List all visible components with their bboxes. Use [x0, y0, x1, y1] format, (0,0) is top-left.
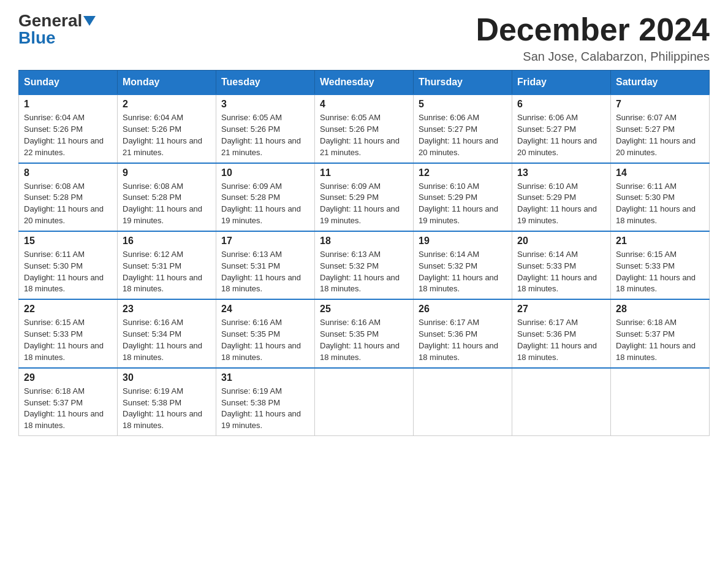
calendar-cell: 20 Sunrise: 6:14 AMSunset: 5:33 PMDaylig… [512, 231, 611, 299]
day-info: Sunrise: 6:07 AMSunset: 5:27 PMDaylight:… [616, 112, 704, 158]
day-number: 27 [517, 304, 605, 315]
calendar-cell: 25 Sunrise: 6:16 AMSunset: 5:35 PMDaylig… [315, 299, 414, 367]
day-number: 29 [24, 372, 112, 383]
day-number: 7 [616, 99, 704, 110]
calendar-cell [512, 368, 611, 436]
day-info: Sunrise: 6:11 AMSunset: 5:30 PMDaylight:… [24, 249, 112, 295]
day-info: Sunrise: 6:15 AMSunset: 5:33 PMDaylight:… [616, 249, 704, 295]
day-info: Sunrise: 6:19 AMSunset: 5:38 PMDaylight:… [123, 386, 211, 432]
month-title: December 2024 [476, 12, 710, 47]
day-info: Sunrise: 6:18 AMSunset: 5:37 PMDaylight:… [24, 386, 112, 432]
calendar-cell: 8 Sunrise: 6:08 AMSunset: 5:28 PMDayligh… [19, 163, 118, 231]
day-info: Sunrise: 6:18 AMSunset: 5:37 PMDaylight:… [616, 317, 704, 363]
day-number: 26 [419, 304, 507, 315]
day-info: Sunrise: 6:17 AMSunset: 5:36 PMDaylight:… [419, 317, 507, 363]
day-number: 12 [419, 167, 507, 178]
calendar-cell [315, 368, 414, 436]
day-info: Sunrise: 6:16 AMSunset: 5:35 PMDaylight:… [320, 317, 408, 363]
calendar-cell: 22 Sunrise: 6:15 AMSunset: 5:33 PMDaylig… [19, 299, 118, 367]
logo-general-text: General [18, 12, 82, 29]
day-number: 2 [123, 99, 211, 110]
header-sunday: Sunday [19, 71, 118, 95]
day-number: 8 [24, 167, 112, 178]
calendar-body: 1 Sunrise: 6:04 AMSunset: 5:26 PMDayligh… [19, 94, 710, 435]
calendar-cell: 9 Sunrise: 6:08 AMSunset: 5:28 PMDayligh… [118, 163, 216, 231]
day-info: Sunrise: 6:06 AMSunset: 5:27 PMDaylight:… [517, 112, 605, 158]
day-info: Sunrise: 6:06 AMSunset: 5:27 PMDaylight:… [419, 112, 507, 158]
calendar-cell: 26 Sunrise: 6:17 AMSunset: 5:36 PMDaylig… [414, 299, 512, 367]
day-info: Sunrise: 6:16 AMSunset: 5:35 PMDaylight:… [221, 317, 309, 363]
logo-triangle-icon [83, 16, 96, 26]
calendar-week-4: 22 Sunrise: 6:15 AMSunset: 5:33 PMDaylig… [19, 299, 710, 367]
calendar-week-5: 29 Sunrise: 6:18 AMSunset: 5:37 PMDaylig… [19, 368, 710, 436]
calendar-cell: 16 Sunrise: 6:12 AMSunset: 5:31 PMDaylig… [118, 231, 216, 299]
day-info: Sunrise: 6:09 AMSunset: 5:28 PMDaylight:… [221, 181, 309, 227]
day-info: Sunrise: 6:17 AMSunset: 5:36 PMDaylight:… [517, 317, 605, 363]
day-number: 13 [517, 167, 605, 178]
day-number: 15 [24, 236, 112, 247]
calendar-cell: 5 Sunrise: 6:06 AMSunset: 5:27 PMDayligh… [414, 94, 512, 163]
calendar-cell: 12 Sunrise: 6:10 AMSunset: 5:29 PMDaylig… [414, 163, 512, 231]
page-header: General Blue December 2024 San Jose, Cal… [18, 12, 710, 64]
day-info: Sunrise: 6:13 AMSunset: 5:31 PMDaylight:… [221, 249, 309, 295]
day-info: Sunrise: 6:10 AMSunset: 5:29 PMDaylight:… [517, 181, 605, 227]
day-number: 3 [221, 99, 309, 110]
day-number: 10 [221, 167, 309, 178]
header-friday: Friday [512, 71, 611, 95]
day-info: Sunrise: 6:19 AMSunset: 5:38 PMDaylight:… [221, 386, 309, 432]
day-number: 23 [123, 304, 211, 315]
logo: General Blue [18, 12, 96, 47]
day-info: Sunrise: 6:14 AMSunset: 5:33 PMDaylight:… [517, 249, 605, 295]
day-info: Sunrise: 6:08 AMSunset: 5:28 PMDaylight:… [24, 181, 112, 227]
calendar-cell [611, 368, 710, 436]
day-number: 4 [320, 99, 408, 110]
day-info: Sunrise: 6:05 AMSunset: 5:26 PMDaylight:… [320, 112, 408, 158]
day-number: 28 [616, 304, 704, 315]
calendar-cell: 10 Sunrise: 6:09 AMSunset: 5:28 PMDaylig… [216, 163, 315, 231]
calendar-cell: 11 Sunrise: 6:09 AMSunset: 5:29 PMDaylig… [315, 163, 414, 231]
day-number: 17 [221, 236, 309, 247]
day-info: Sunrise: 6:10 AMSunset: 5:29 PMDaylight:… [419, 181, 507, 227]
header-row: Sunday Monday Tuesday Wednesday Thursday… [19, 71, 710, 95]
day-info: Sunrise: 6:05 AMSunset: 5:26 PMDaylight:… [221, 112, 309, 158]
day-info: Sunrise: 6:09 AMSunset: 5:29 PMDaylight:… [320, 181, 408, 227]
day-number: 21 [616, 236, 704, 247]
day-number: 20 [517, 236, 605, 247]
calendar-cell: 7 Sunrise: 6:07 AMSunset: 5:27 PMDayligh… [611, 94, 710, 163]
day-info: Sunrise: 6:12 AMSunset: 5:31 PMDaylight:… [123, 249, 211, 295]
calendar-week-2: 8 Sunrise: 6:08 AMSunset: 5:28 PMDayligh… [19, 163, 710, 231]
calendar-cell: 21 Sunrise: 6:15 AMSunset: 5:33 PMDaylig… [611, 231, 710, 299]
day-number: 1 [24, 99, 112, 110]
calendar-cell [414, 368, 512, 436]
calendar-cell: 27 Sunrise: 6:17 AMSunset: 5:36 PMDaylig… [512, 299, 611, 367]
calendar-cell: 15 Sunrise: 6:11 AMSunset: 5:30 PMDaylig… [19, 231, 118, 299]
calendar-cell: 1 Sunrise: 6:04 AMSunset: 5:26 PMDayligh… [19, 94, 118, 163]
day-number: 19 [419, 236, 507, 247]
calendar-week-1: 1 Sunrise: 6:04 AMSunset: 5:26 PMDayligh… [19, 94, 710, 163]
day-number: 5 [419, 99, 507, 110]
day-number: 6 [517, 99, 605, 110]
day-info: Sunrise: 6:13 AMSunset: 5:32 PMDaylight:… [320, 249, 408, 295]
calendar-header: Sunday Monday Tuesday Wednesday Thursday… [19, 71, 710, 95]
day-number: 24 [221, 304, 309, 315]
day-info: Sunrise: 6:04 AMSunset: 5:26 PMDaylight:… [24, 112, 112, 158]
day-info: Sunrise: 6:16 AMSunset: 5:34 PMDaylight:… [123, 317, 211, 363]
header-monday: Monday [118, 71, 216, 95]
header-wednesday: Wednesday [315, 71, 414, 95]
day-info: Sunrise: 6:11 AMSunset: 5:30 PMDaylight:… [616, 181, 704, 227]
title-section: December 2024 San Jose, Calabarzon, Phil… [476, 12, 710, 64]
calendar-cell: 23 Sunrise: 6:16 AMSunset: 5:34 PMDaylig… [118, 299, 216, 367]
calendar-cell: 17 Sunrise: 6:13 AMSunset: 5:31 PMDaylig… [216, 231, 315, 299]
calendar-cell: 31 Sunrise: 6:19 AMSunset: 5:38 PMDaylig… [216, 368, 315, 436]
calendar-cell: 6 Sunrise: 6:06 AMSunset: 5:27 PMDayligh… [512, 94, 611, 163]
day-info: Sunrise: 6:15 AMSunset: 5:33 PMDaylight:… [24, 317, 112, 363]
calendar-cell: 3 Sunrise: 6:05 AMSunset: 5:26 PMDayligh… [216, 94, 315, 163]
day-info: Sunrise: 6:14 AMSunset: 5:32 PMDaylight:… [419, 249, 507, 295]
calendar-table: Sunday Monday Tuesday Wednesday Thursday… [18, 70, 710, 436]
day-number: 25 [320, 304, 408, 315]
day-info: Sunrise: 6:08 AMSunset: 5:28 PMDaylight:… [123, 181, 211, 227]
day-number: 14 [616, 167, 704, 178]
header-saturday: Saturday [611, 71, 710, 95]
day-number: 22 [24, 304, 112, 315]
day-number: 31 [221, 372, 309, 383]
